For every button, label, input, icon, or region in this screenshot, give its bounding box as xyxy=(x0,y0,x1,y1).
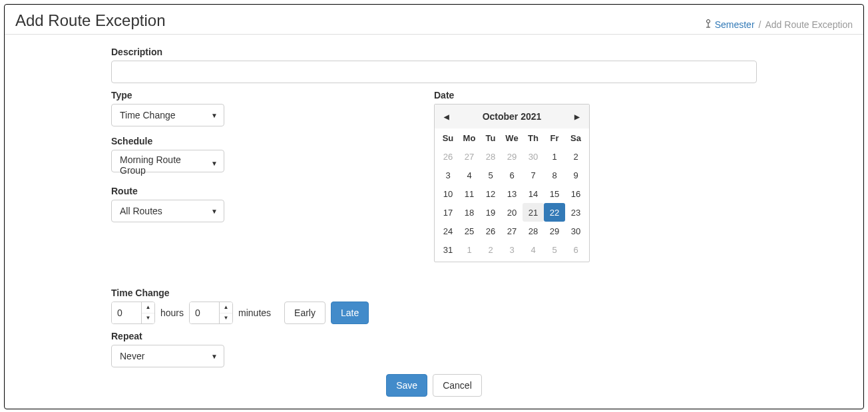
calendar-day[interactable]: 3 xyxy=(437,166,459,184)
calendar-day[interactable]: 16 xyxy=(565,184,586,203)
repeat-select[interactable]: Never xyxy=(111,345,224,367)
calendar-day[interactable]: 17 xyxy=(437,203,459,222)
calendar-day[interactable]: 19 xyxy=(480,203,501,222)
calendar-day[interactable]: 21 xyxy=(523,203,544,222)
minutes-unit-label: minutes xyxy=(238,308,271,318)
calendar-day[interactable]: 18 xyxy=(459,203,480,222)
early-button[interactable]: Early xyxy=(284,302,326,324)
hours-down-button[interactable]: ▼ xyxy=(142,313,154,324)
calendar-day[interactable]: 12 xyxy=(480,184,501,203)
route-group: Route All Routes ▼ xyxy=(111,186,434,222)
calendar-day[interactable]: 14 xyxy=(523,184,544,203)
calendar-day[interactable]: 8 xyxy=(544,166,565,184)
description-label: Description xyxy=(111,47,757,57)
calendar-weekday: Fr xyxy=(544,128,565,147)
calendar-weekday-row: SuMoTuWeThFrSa xyxy=(435,128,589,147)
calendar-day[interactable]: 2 xyxy=(480,240,501,259)
calendar-day[interactable]: 31 xyxy=(437,240,459,259)
calendar-day[interactable]: 28 xyxy=(523,222,544,240)
calendar-weekday: We xyxy=(501,128,523,147)
route-label: Route xyxy=(111,186,434,196)
location-pin-icon xyxy=(704,19,712,30)
calendar-day[interactable]: 4 xyxy=(523,240,544,259)
hours-up-button[interactable]: ▲ xyxy=(142,302,154,313)
calendar: ◀ October 2021 ▶ SuMoTuWeThFrSa 26272829… xyxy=(434,104,590,262)
schedule-label: Schedule xyxy=(111,136,434,146)
calendar-weekday: Tu xyxy=(480,128,501,147)
hours-unit-label: hours xyxy=(160,308,184,318)
calendar-day[interactable]: 20 xyxy=(501,203,523,222)
two-columns: Type Time Change ▼ Schedule Morning Rout… xyxy=(111,90,757,269)
calendar-week-row: 31123456 xyxy=(435,240,589,259)
calendar-day[interactable]: 23 xyxy=(565,203,586,222)
breadcrumb-link-semester[interactable]: Semester xyxy=(715,19,755,30)
calendar-week-row: 3456789 xyxy=(435,166,589,184)
calendar-day[interactable]: 5 xyxy=(480,166,501,184)
calendar-day[interactable]: 6 xyxy=(565,240,586,259)
calendar-day[interactable]: 25 xyxy=(459,222,480,240)
repeat-group: Repeat Never ▼ xyxy=(111,331,757,367)
form-actions: Save Cancel xyxy=(111,374,757,397)
type-select[interactable]: Time Change xyxy=(111,104,224,126)
calendar-day[interactable]: 28 xyxy=(480,147,501,166)
calendar-month-title[interactable]: October 2021 xyxy=(455,111,569,122)
description-input[interactable] xyxy=(111,61,757,83)
route-select[interactable]: All Routes xyxy=(111,200,224,222)
calendar-day[interactable]: 29 xyxy=(501,147,523,166)
repeat-label: Repeat xyxy=(111,331,757,341)
calendar-day[interactable]: 30 xyxy=(565,222,586,240)
calendar-day[interactable]: 2 xyxy=(565,147,586,166)
calendar-body: 2627282930123456789101112131415161718192… xyxy=(435,147,589,259)
calendar-day[interactable]: 15 xyxy=(544,184,565,203)
calendar-day[interactable]: 1 xyxy=(544,147,565,166)
calendar-day[interactable]: 5 xyxy=(544,240,565,259)
calendar-next-button[interactable]: ▶ xyxy=(569,108,585,124)
cancel-button[interactable]: Cancel xyxy=(433,374,482,397)
calendar-day[interactable]: 10 xyxy=(437,184,459,203)
schedule-select[interactable]: Morning Route Group xyxy=(111,150,224,172)
hours-input[interactable] xyxy=(112,302,141,323)
minutes-input[interactable] xyxy=(190,302,219,323)
calendar-day[interactable]: 11 xyxy=(459,184,480,203)
calendar-day[interactable]: 22 xyxy=(544,203,565,222)
save-button[interactable]: Save xyxy=(386,374,427,397)
calendar-day[interactable]: 1 xyxy=(459,240,480,259)
calendar-day[interactable]: 3 xyxy=(501,240,523,259)
calendar-day[interactable]: 24 xyxy=(437,222,459,240)
calendar-day[interactable]: 29 xyxy=(544,222,565,240)
calendar-header: ◀ October 2021 ▶ xyxy=(435,104,589,128)
calendar-week-row: 17181920212223 xyxy=(435,203,589,222)
calendar-day[interactable]: 26 xyxy=(437,147,459,166)
calendar-prev-button[interactable]: ◀ xyxy=(439,108,455,124)
calendar-weekday: Th xyxy=(523,128,544,147)
time-change-label: Time Change xyxy=(111,288,757,298)
minutes-down-button[interactable]: ▼ xyxy=(220,313,232,324)
calendar-day[interactable]: 27 xyxy=(459,147,480,166)
calendar-day[interactable]: 7 xyxy=(523,166,544,184)
calendar-day[interactable]: 9 xyxy=(565,166,586,184)
calendar-day[interactable]: 13 xyxy=(501,184,523,203)
minutes-up-button[interactable]: ▲ xyxy=(220,302,232,313)
breadcrumb-separator: / xyxy=(759,19,761,30)
calendar-day[interactable]: 6 xyxy=(501,166,523,184)
date-group: Date ◀ October 2021 ▶ SuMoTuWeThFrSa 262… xyxy=(434,90,757,262)
type-label: Type xyxy=(111,90,434,101)
calendar-weekday: Su xyxy=(437,128,459,147)
calendar-week-row: 262728293012 xyxy=(435,147,589,166)
calendar-day[interactable]: 27 xyxy=(501,222,523,240)
hours-spinner: ▲ ▼ xyxy=(111,302,155,324)
time-change-group: Time Change ▲ ▼ hours ▲ ▼ xyxy=(111,288,757,324)
late-button[interactable]: Late xyxy=(331,302,369,324)
calendar-day[interactable]: 26 xyxy=(480,222,501,240)
page-title: Add Route Exception xyxy=(15,11,165,30)
page-frame: Add Route Exception Semester / Add Route… xyxy=(4,4,864,409)
right-column: Date ◀ October 2021 ▶ SuMoTuWeThFrSa 262… xyxy=(434,90,757,269)
calendar-week-row: 24252627282930 xyxy=(435,222,589,240)
svg-point-0 xyxy=(706,20,710,23)
calendar-day[interactable]: 30 xyxy=(523,147,544,166)
calendar-week-row: 10111213141516 xyxy=(435,184,589,203)
calendar-day[interactable]: 4 xyxy=(459,166,480,184)
breadcrumb: Semester / Add Route Exception xyxy=(704,19,853,30)
left-column: Type Time Change ▼ Schedule Morning Rout… xyxy=(111,90,434,269)
time-change-row: ▲ ▼ hours ▲ ▼ minutes Early Late xyxy=(111,302,757,324)
